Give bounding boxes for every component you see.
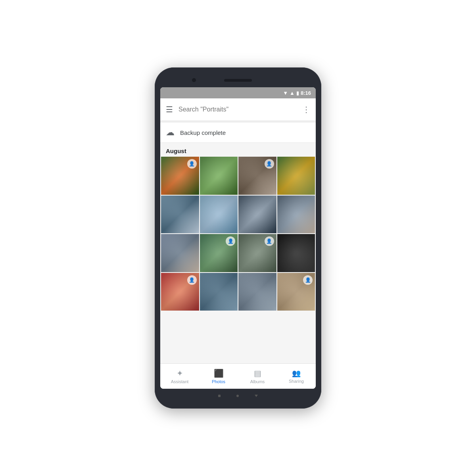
battery-icon: ▮ <box>296 90 299 96</box>
photo-cell[interactable] <box>238 196 276 234</box>
bottom-nav: ✦Assistant⬛Photos▤Albums👥Sharing <box>160 363 316 389</box>
status-icons: ▼ ▲ ▮ 8:16 <box>283 90 311 96</box>
nav-label-albums: Albums <box>250 379 265 384</box>
photo-cell[interactable] <box>277 196 315 234</box>
photo-cell[interactable] <box>277 234 315 272</box>
photo-cell[interactable]: 👤 <box>200 234 238 272</box>
nav-icon-albums: ▤ <box>254 369 261 378</box>
person-badge: 👤 <box>265 159 274 169</box>
backup-banner: ☁ Backup complete <box>160 122 316 143</box>
nav-label-assistant: Assistant <box>171 379 189 384</box>
signal-icon: ▲ <box>290 90 295 96</box>
wifi-icon: ▼ <box>283 90 288 96</box>
nav-item-albums[interactable]: ▤Albums <box>238 369 277 384</box>
backup-status-text: Backup complete <box>180 129 226 136</box>
phone-bottom <box>160 389 316 403</box>
photo-cell[interactable]: 👤 <box>161 157 199 195</box>
photo-cell[interactable]: 👤 <box>277 273 315 311</box>
photo-grid: 👤👤👤👤👤👤 <box>160 157 316 311</box>
camera-dot <box>192 78 196 82</box>
photo-cell[interactable] <box>200 273 238 311</box>
speaker <box>224 79 252 82</box>
status-time: 8:16 <box>301 90 311 96</box>
nav-item-sharing[interactable]: 👥Sharing <box>277 369 316 384</box>
phone-top-bar <box>160 73 316 87</box>
phone-screen: ▼ ▲ ▮ 8:16 ☰ ⋮ ☁ Backup complete August … <box>160 87 316 389</box>
home-nav-button[interactable] <box>218 395 221 397</box>
photo-cell[interactable]: 👤 <box>161 273 199 311</box>
nav-item-photos[interactable]: ⬛Photos <box>199 369 238 384</box>
nav-icon-photos: ⬛ <box>214 369 224 378</box>
nav-item-assistant[interactable]: ✦Assistant <box>160 369 199 384</box>
nav-label-photos: Photos <box>212 379 225 384</box>
hamburger-icon[interactable]: ☰ <box>166 105 173 114</box>
photo-cell[interactable]: 👤 <box>238 157 276 195</box>
status-bar: ▼ ▲ ▮ 8:16 <box>160 87 316 98</box>
search-input[interactable] <box>178 106 297 113</box>
photo-cell[interactable] <box>161 234 199 272</box>
recents-nav-button[interactable] <box>236 395 239 397</box>
phone-device: ▼ ▲ ▮ 8:16 ☰ ⋮ ☁ Backup complete August … <box>155 67 321 409</box>
person-badge: 👤 <box>187 159 197 169</box>
photo-cell[interactable] <box>277 157 315 195</box>
photo-cell[interactable] <box>161 196 199 234</box>
more-options-icon[interactable]: ⋮ <box>302 105 310 114</box>
photo-cell[interactable] <box>200 157 238 195</box>
person-badge: 👤 <box>226 236 235 246</box>
nav-icon-assistant: ✦ <box>177 369 183 378</box>
search-bar: ☰ ⋮ <box>160 98 316 121</box>
person-badge: 👤 <box>303 275 313 285</box>
month-label: August <box>160 143 316 157</box>
person-badge: 👤 <box>265 236 274 246</box>
back-nav-button[interactable] <box>255 395 258 397</box>
content-area: August 👤👤👤👤👤👤 <box>160 143 316 363</box>
nav-icon-sharing: 👥 <box>292 369 301 378</box>
nav-label-sharing: Sharing <box>289 379 304 384</box>
cloud-icon: ☁ <box>166 127 175 138</box>
photo-cell[interactable] <box>238 273 276 311</box>
photo-cell[interactable] <box>200 196 238 234</box>
photo-cell[interactable]: 👤 <box>238 234 276 272</box>
person-badge: 👤 <box>187 275 197 285</box>
